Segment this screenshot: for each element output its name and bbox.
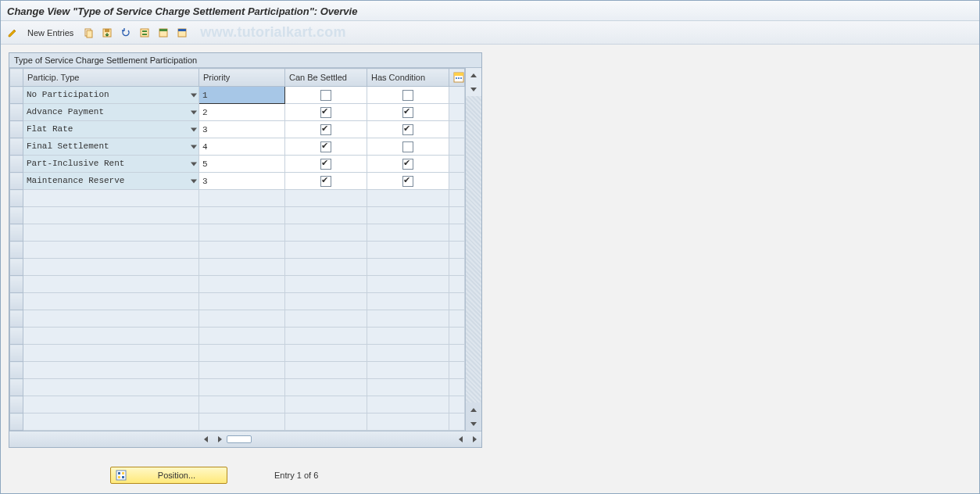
particip-type-value: Maintenance Reserve (23, 173, 199, 189)
priority-input[interactable] (199, 121, 284, 138)
can-be-settled-cell (285, 173, 367, 190)
column-header-priority[interactable]: Priority (199, 69, 285, 87)
column-header-can-be-settled[interactable]: Can Be Settled (285, 69, 367, 87)
particip-type-cell[interactable]: Advance Payment (23, 104, 199, 121)
row-select-handle[interactable] (10, 190, 23, 207)
horizontal-scrollbar[interactable] (9, 431, 481, 447)
priority-cell[interactable] (199, 104, 285, 121)
dropdown-arrow-icon[interactable] (191, 145, 197, 149)
can-be-settled-checkbox[interactable] (320, 90, 331, 101)
has-condition-checkbox[interactable] (402, 176, 413, 187)
priority-input[interactable] (199, 173, 284, 189)
row-select-handle[interactable] (10, 156, 23, 173)
scroll-thumb[interactable] (227, 435, 252, 443)
save-icon[interactable] (100, 26, 114, 40)
row-select-handle[interactable] (10, 276, 23, 293)
priority-cell[interactable] (199, 121, 285, 138)
row-select-handle[interactable] (10, 242, 23, 259)
row-select-handle[interactable] (10, 207, 23, 224)
dropdown-arrow-icon[interactable] (191, 179, 197, 183)
has-condition-checkbox[interactable] (402, 107, 413, 118)
priority-input[interactable] (199, 138, 284, 155)
panel-title: Type of Service Charge Settlement Partic… (9, 53, 481, 68)
new-entries-button[interactable]: New Entries (24, 28, 77, 38)
priority-input[interactable] (199, 156, 284, 172)
grid-green-icon[interactable] (156, 26, 170, 40)
scroll-right-button[interactable] (213, 432, 227, 446)
can-be-settled-checkbox[interactable] (320, 107, 331, 118)
can-be-settled-checkbox[interactable] (320, 124, 331, 135)
empty-cell (285, 207, 367, 224)
svg-rect-18 (122, 472, 124, 474)
edit-icon[interactable] (5, 26, 20, 40)
row-select-handle[interactable] (10, 413, 23, 431)
can-be-settled-checkbox[interactable] (320, 176, 331, 187)
empty-cell (285, 224, 367, 242)
row-select-handle[interactable] (10, 173, 23, 190)
priority-input[interactable] (199, 87, 284, 103)
priority-cell[interactable] (199, 87, 285, 104)
grid-blue-icon[interactable] (175, 26, 189, 40)
particip-type-value: Advance Payment (23, 104, 199, 120)
position-button[interactable]: Position... (110, 467, 227, 484)
scroll-track[interactable] (466, 96, 481, 403)
row-select-handle[interactable] (10, 396, 23, 413)
dropdown-arrow-icon[interactable] (191, 93, 197, 97)
empty-cell (23, 276, 199, 293)
priority-cell[interactable] (199, 138, 285, 156)
row-select-handle[interactable] (10, 362, 23, 379)
scroll-down-button-bottom[interactable] (467, 417, 481, 431)
row-select-handle[interactable] (10, 138, 23, 156)
empty-cell (199, 190, 285, 207)
particip-type-cell[interactable]: Final Settlement (23, 138, 199, 156)
can-be-settled-checkbox[interactable] (320, 141, 331, 152)
can-be-settled-checkbox[interactable] (320, 159, 331, 170)
column-header-particip-type[interactable]: Particip. Type (23, 69, 199, 87)
vertical-scrollbar[interactable] (465, 68, 481, 431)
empty-cell (23, 379, 199, 396)
row-select-handle[interactable] (10, 345, 23, 362)
has-condition-checkbox[interactable] (402, 124, 413, 135)
scroll-up-button[interactable] (467, 68, 481, 82)
empty-cell (285, 345, 367, 362)
can-be-settled-cell (285, 121, 367, 138)
has-condition-checkbox[interactable] (402, 90, 413, 101)
column-header-select[interactable] (10, 69, 23, 87)
dropdown-arrow-icon[interactable] (191, 110, 197, 114)
row-select-handle[interactable] (10, 224, 23, 242)
scroll-up-button-bottom[interactable] (467, 403, 481, 417)
particip-type-cell[interactable]: No Participation (23, 87, 199, 104)
scroll-right-button-end[interactable] (467, 432, 481, 446)
row-select-handle[interactable] (10, 87, 23, 104)
column-header-configure[interactable] (449, 69, 465, 87)
particip-type-cell[interactable]: Part-Inclusive Rent (23, 156, 199, 173)
scroll-left-button[interactable] (199, 432, 213, 446)
empty-cell (23, 224, 199, 242)
undo-icon[interactable] (119, 26, 133, 40)
priority-cell[interactable] (199, 156, 285, 173)
select-all-icon[interactable] (138, 26, 152, 40)
particip-type-cell[interactable]: Flat Rate (23, 121, 199, 138)
dropdown-arrow-icon[interactable] (191, 127, 197, 131)
row-select-handle[interactable] (10, 259, 23, 276)
copy-icon[interactable] (81, 26, 95, 40)
table-row (10, 396, 465, 413)
row-select-handle[interactable] (10, 104, 23, 121)
row-select-handle[interactable] (10, 310, 23, 328)
scroll-down-button[interactable] (467, 82, 481, 96)
empty-cell (449, 276, 465, 293)
priority-cell[interactable] (199, 173, 285, 190)
dropdown-arrow-icon[interactable] (191, 162, 197, 166)
priority-input[interactable] (199, 104, 284, 120)
has-condition-checkbox[interactable] (402, 141, 413, 152)
content-area: Type of Service Charge Settlement Partic… (1, 45, 979, 493)
has-condition-checkbox[interactable] (402, 159, 413, 170)
scroll-left-button-end[interactable] (453, 432, 467, 446)
position-button-label: Position... (131, 471, 222, 480)
column-header-has-condition[interactable]: Has Condition (367, 69, 449, 87)
row-select-handle[interactable] (10, 293, 23, 310)
particip-type-cell[interactable]: Maintenance Reserve (23, 173, 199, 190)
row-select-handle[interactable] (10, 121, 23, 138)
row-select-handle[interactable] (10, 379, 23, 396)
row-select-handle[interactable] (10, 328, 23, 345)
